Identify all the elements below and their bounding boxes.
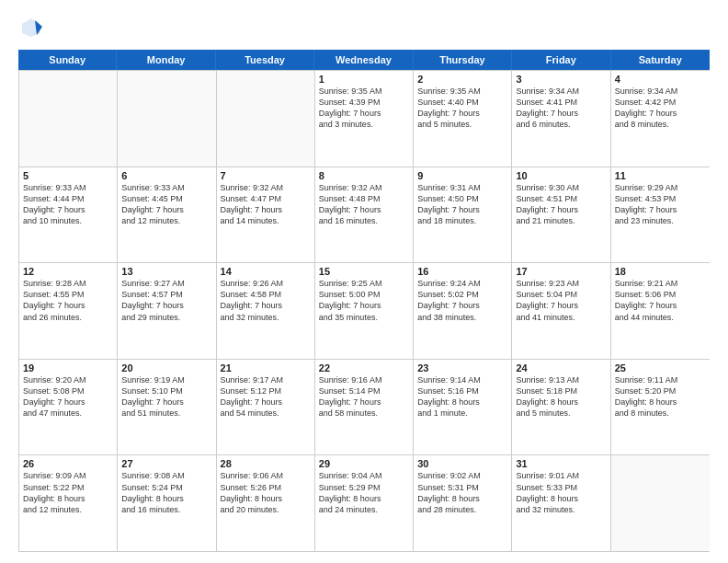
cell-info: Sunrise: 9:21 AM Sunset: 5:06 PM Dayligh… xyxy=(615,278,706,323)
calendar-row-0: 1Sunrise: 9:35 AM Sunset: 4:39 PM Daylig… xyxy=(19,70,710,167)
calendar-body: 1Sunrise: 9:35 AM Sunset: 4:39 PM Daylig… xyxy=(18,70,710,552)
cal-cell-day-31: 31Sunrise: 9:01 AM Sunset: 5:33 PM Dayli… xyxy=(512,455,610,551)
cal-cell-day-15: 15Sunrise: 9:25 AM Sunset: 5:00 PM Dayli… xyxy=(315,263,414,359)
day-number: 31 xyxy=(516,458,606,469)
cell-info: Sunrise: 9:31 AM Sunset: 4:50 PM Dayligh… xyxy=(417,182,507,227)
day-number: 20 xyxy=(121,362,211,373)
day-number: 15 xyxy=(319,266,409,277)
cell-info: Sunrise: 9:13 AM Sunset: 5:18 PM Dayligh… xyxy=(516,374,606,419)
day-number: 22 xyxy=(319,362,409,373)
header-day-saturday: Saturday xyxy=(611,50,710,70)
cell-info: Sunrise: 9:27 AM Sunset: 4:57 PM Dayligh… xyxy=(121,278,211,323)
cal-cell-day-5: 5Sunrise: 9:33 AM Sunset: 4:44 PM Daylig… xyxy=(19,167,118,263)
cal-cell-day-18: 18Sunrise: 9:21 AM Sunset: 5:06 PM Dayli… xyxy=(611,263,710,359)
header-day-thursday: Thursday xyxy=(414,50,512,70)
cell-info: Sunrise: 9:35 AM Sunset: 4:39 PM Dayligh… xyxy=(319,86,409,131)
calendar-row-3: 19Sunrise: 9:20 AM Sunset: 5:08 PM Dayli… xyxy=(19,359,710,455)
cal-cell-day-2: 2Sunrise: 9:35 AM Sunset: 4:40 PM Daylig… xyxy=(414,71,512,167)
cal-cell-empty xyxy=(217,71,315,167)
cell-info: Sunrise: 9:34 AM Sunset: 4:42 PM Dayligh… xyxy=(615,86,706,131)
header-day-friday: Friday xyxy=(512,50,610,70)
cell-info: Sunrise: 9:09 AM Sunset: 5:22 PM Dayligh… xyxy=(23,470,113,515)
cal-cell-day-26: 26Sunrise: 9:09 AM Sunset: 5:22 PM Dayli… xyxy=(19,455,118,551)
day-number: 23 xyxy=(417,362,507,373)
cell-info: Sunrise: 9:24 AM Sunset: 5:02 PM Dayligh… xyxy=(417,278,507,323)
day-number: 4 xyxy=(615,74,706,85)
day-number: 28 xyxy=(221,458,311,469)
day-number: 12 xyxy=(23,266,113,277)
cal-cell-day-10: 10Sunrise: 9:30 AM Sunset: 4:51 PM Dayli… xyxy=(512,167,610,263)
day-number: 10 xyxy=(516,170,606,181)
cell-info: Sunrise: 9:08 AM Sunset: 5:24 PM Dayligh… xyxy=(121,470,211,515)
cell-info: Sunrise: 9:28 AM Sunset: 4:55 PM Dayligh… xyxy=(23,278,113,323)
cell-info: Sunrise: 9:33 AM Sunset: 4:44 PM Dayligh… xyxy=(23,182,113,227)
day-number: 3 xyxy=(516,74,606,85)
cal-cell-day-7: 7Sunrise: 9:32 AM Sunset: 4:47 PM Daylig… xyxy=(217,167,315,263)
cell-info: Sunrise: 9:23 AM Sunset: 5:04 PM Dayligh… xyxy=(516,278,606,323)
header-day-sunday: Sunday xyxy=(18,50,117,70)
day-number: 17 xyxy=(516,266,606,277)
day-number: 21 xyxy=(221,362,311,373)
cell-info: Sunrise: 9:01 AM Sunset: 5:33 PM Dayligh… xyxy=(516,470,606,515)
cal-cell-empty xyxy=(19,71,118,167)
day-number: 6 xyxy=(121,170,211,181)
cal-cell-day-4: 4Sunrise: 9:34 AM Sunset: 4:42 PM Daylig… xyxy=(611,71,710,167)
header-day-tuesday: Tuesday xyxy=(216,50,314,70)
cell-info: Sunrise: 9:33 AM Sunset: 4:45 PM Dayligh… xyxy=(121,182,211,227)
cal-cell-day-25: 25Sunrise: 9:11 AM Sunset: 5:20 PM Dayli… xyxy=(611,360,710,455)
cell-info: Sunrise: 9:32 AM Sunset: 4:47 PM Dayligh… xyxy=(221,182,311,227)
cal-cell-day-23: 23Sunrise: 9:14 AM Sunset: 5:16 PM Dayli… xyxy=(414,360,512,455)
cal-cell-day-24: 24Sunrise: 9:13 AM Sunset: 5:18 PM Dayli… xyxy=(512,360,610,455)
cell-info: Sunrise: 9:11 AM Sunset: 5:20 PM Dayligh… xyxy=(615,374,706,419)
cal-cell-day-12: 12Sunrise: 9:28 AM Sunset: 4:55 PM Dayli… xyxy=(19,263,118,359)
day-number: 9 xyxy=(417,170,507,181)
cal-cell-day-29: 29Sunrise: 9:04 AM Sunset: 5:29 PM Dayli… xyxy=(315,455,414,551)
cell-info: Sunrise: 9:29 AM Sunset: 4:53 PM Dayligh… xyxy=(615,182,706,227)
cal-cell-empty xyxy=(611,455,710,551)
day-number: 27 xyxy=(121,458,211,469)
day-number: 18 xyxy=(615,266,706,277)
calendar: SundayMondayTuesdayWednesdayThursdayFrid… xyxy=(18,50,710,552)
logo-icon xyxy=(18,15,44,40)
cell-info: Sunrise: 9:16 AM Sunset: 5:14 PM Dayligh… xyxy=(319,374,409,419)
day-number: 2 xyxy=(417,74,507,85)
calendar-row-1: 5Sunrise: 9:33 AM Sunset: 4:44 PM Daylig… xyxy=(19,167,710,263)
cell-info: Sunrise: 9:34 AM Sunset: 4:41 PM Dayligh… xyxy=(516,86,606,131)
day-number: 24 xyxy=(516,362,606,373)
day-number: 19 xyxy=(23,362,113,373)
calendar-header: SundayMondayTuesdayWednesdayThursdayFrid… xyxy=(18,50,710,70)
cell-info: Sunrise: 9:14 AM Sunset: 5:16 PM Dayligh… xyxy=(417,374,507,419)
cal-cell-day-9: 9Sunrise: 9:31 AM Sunset: 4:50 PM Daylig… xyxy=(414,167,512,263)
day-number: 8 xyxy=(319,170,409,181)
cell-info: Sunrise: 9:20 AM Sunset: 5:08 PM Dayligh… xyxy=(23,374,113,419)
cell-info: Sunrise: 9:25 AM Sunset: 5:00 PM Dayligh… xyxy=(319,278,409,323)
cal-cell-day-11: 11Sunrise: 9:29 AM Sunset: 4:53 PM Dayli… xyxy=(611,167,710,263)
day-number: 11 xyxy=(615,170,706,181)
cell-info: Sunrise: 9:35 AM Sunset: 4:40 PM Dayligh… xyxy=(417,86,507,131)
day-number: 1 xyxy=(319,74,409,85)
cal-cell-day-8: 8Sunrise: 9:32 AM Sunset: 4:48 PM Daylig… xyxy=(315,167,414,263)
header xyxy=(18,15,710,40)
day-number: 25 xyxy=(615,362,706,373)
cal-cell-day-13: 13Sunrise: 9:27 AM Sunset: 4:57 PM Dayli… xyxy=(118,263,216,359)
cal-cell-day-1: 1Sunrise: 9:35 AM Sunset: 4:39 PM Daylig… xyxy=(315,71,414,167)
cell-info: Sunrise: 9:26 AM Sunset: 4:58 PM Dayligh… xyxy=(221,278,311,323)
day-number: 16 xyxy=(417,266,507,277)
cal-cell-empty xyxy=(118,71,216,167)
cal-cell-day-28: 28Sunrise: 9:06 AM Sunset: 5:26 PM Dayli… xyxy=(217,455,315,551)
calendar-row-4: 26Sunrise: 9:09 AM Sunset: 5:22 PM Dayli… xyxy=(19,454,710,551)
header-day-wednesday: Wednesday xyxy=(314,50,413,70)
logo xyxy=(18,15,48,40)
cell-info: Sunrise: 9:30 AM Sunset: 4:51 PM Dayligh… xyxy=(516,182,606,227)
calendar-row-2: 12Sunrise: 9:28 AM Sunset: 4:55 PM Dayli… xyxy=(19,262,710,359)
cell-info: Sunrise: 9:02 AM Sunset: 5:31 PM Dayligh… xyxy=(417,470,507,515)
cal-cell-day-20: 20Sunrise: 9:19 AM Sunset: 5:10 PM Dayli… xyxy=(118,360,216,455)
cal-cell-day-27: 27Sunrise: 9:08 AM Sunset: 5:24 PM Dayli… xyxy=(118,455,216,551)
day-number: 26 xyxy=(23,458,113,469)
day-number: 5 xyxy=(23,170,113,181)
header-day-monday: Monday xyxy=(117,50,215,70)
cal-cell-day-19: 19Sunrise: 9:20 AM Sunset: 5:08 PM Dayli… xyxy=(19,360,118,455)
cal-cell-day-14: 14Sunrise: 9:26 AM Sunset: 4:58 PM Dayli… xyxy=(217,263,315,359)
cal-cell-day-22: 22Sunrise: 9:16 AM Sunset: 5:14 PM Dayli… xyxy=(315,360,414,455)
day-number: 29 xyxy=(319,458,409,469)
